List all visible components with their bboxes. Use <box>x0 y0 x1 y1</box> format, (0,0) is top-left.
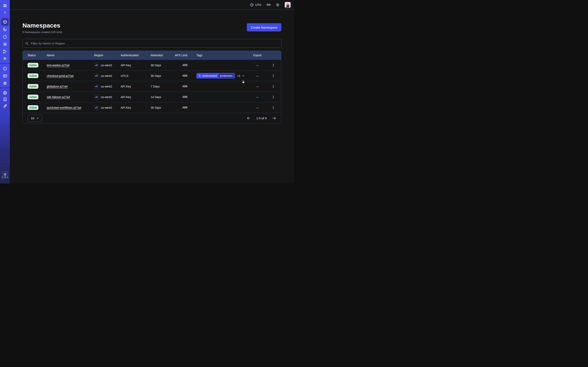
page-size-select[interactable]: 10 <box>27 115 42 122</box>
app-window: 2.35.1 UTC <box>0 0 294 184</box>
temporal-logo-icon[interactable] <box>0 2 10 9</box>
kebab-menu-icon <box>272 95 275 99</box>
tags-cell: environment production +1 <box>187 73 245 78</box>
row-actions-button[interactable] <box>270 94 276 100</box>
status-badge: Active <box>27 95 38 99</box>
export-value: — <box>245 85 270 88</box>
topbar: UTC <box>10 0 294 10</box>
aps-limit-value: 400 <box>173 95 187 99</box>
aps-limit-value: 400 <box>173 106 187 109</box>
column-header-retention: Retention <box>151 54 173 57</box>
column-header-status: Status <box>27 54 47 57</box>
auth-method: API Key <box>121 106 151 109</box>
google-cloud-icon <box>94 84 99 89</box>
row-actions-button[interactable] <box>270 83 276 89</box>
avatar-photo <box>285 2 290 8</box>
retention-value: 30 Days <box>151 106 173 109</box>
tag-icon <box>198 75 201 77</box>
column-header-region: Region <box>94 54 121 57</box>
status-badge: Active <box>27 73 38 78</box>
tag-key: environment <box>202 74 217 77</box>
chevron-down-icon <box>36 117 39 120</box>
timezone-button[interactable]: UTC <box>250 3 261 7</box>
auth-method: API Key <box>121 85 151 88</box>
auth-method: mTLS <box>121 74 151 77</box>
sidebar-item-namespaces[interactable] <box>0 18 10 25</box>
sidebar-divider <box>0 88 10 88</box>
google-cloud-icon <box>94 63 99 68</box>
aps-limit-value: 400 <box>173 85 187 88</box>
create-namespace-button[interactable]: Create Namespace <box>247 23 281 31</box>
sidebar-item-deployments[interactable] <box>0 41 10 48</box>
export-value: — <box>245 64 270 67</box>
kebab-menu-icon <box>272 106 275 109</box>
filter-input[interactable] <box>31 42 279 45</box>
sidebar-item-support[interactable] <box>0 89 10 96</box>
export-value: — <box>245 95 270 99</box>
table-row: Active globalizer.a27a4 us-west1 API Key… <box>23 81 281 92</box>
sidebar: 2.35.1 <box>0 0 10 184</box>
previous-page-button[interactable] <box>247 116 251 120</box>
aps-limit-value: 400 <box>173 74 187 77</box>
google-cloud-icon <box>94 73 99 78</box>
search-icon <box>25 42 29 45</box>
tag-pill[interactable]: environment production <box>196 73 235 78</box>
sidebar-item-batch-operations[interactable] <box>0 55 10 62</box>
table-row: Active quickstart-workflows.a27a4 us-wes… <box>23 102 281 113</box>
tags-more-count[interactable]: +1 <box>237 74 240 77</box>
retention-value: 30 Days <box>151 74 173 77</box>
auth-method: API Key <box>121 95 151 99</box>
user-avatar[interactable] <box>285 2 291 8</box>
app-version: 2.35.1 <box>0 176 10 179</box>
sidebar-item-docs[interactable] <box>0 96 10 103</box>
book-sparkle-icon <box>3 97 7 101</box>
layers-icon <box>3 42 7 46</box>
sidebar-item-settings[interactable] <box>0 80 10 87</box>
sidebar-divider <box>0 63 10 64</box>
row-actions-button[interactable] <box>270 73 276 79</box>
namespace-link[interactable]: test-worker.a27a4 <box>47 64 69 67</box>
gauge-icon <box>3 67 7 71</box>
tags-expand-chevron-icon[interactable] <box>242 74 245 77</box>
table-footer: 10 1-5 of 5 <box>23 113 281 123</box>
kebab-menu-icon <box>272 85 275 88</box>
region-label: us-west1 <box>101 85 112 88</box>
sidebar-item-schedules[interactable] <box>0 33 10 40</box>
expand-sidebar-chevron-icon[interactable] <box>0 9 10 16</box>
sidebar-item-billing[interactable] <box>0 72 10 79</box>
row-actions-button[interactable] <box>270 105 276 110</box>
sidebar-item-nexus[interactable] <box>0 48 10 55</box>
table-row: Active sdk-failover.a27a4 us-west1 API K… <box>23 92 281 102</box>
region-label: us-west1 <box>101 74 112 77</box>
retention-value: 7 Days <box>151 85 173 88</box>
filter-bar <box>22 39 281 48</box>
kebab-menu-icon <box>272 63 275 67</box>
column-header-authentication: Authentication <box>121 54 151 57</box>
status-badge: Active <box>27 84 38 89</box>
theme-toggle-button[interactable] <box>276 3 280 7</box>
timer-clock-icon <box>3 35 7 39</box>
sidebar-item-getting-started[interactable] <box>0 103 10 109</box>
status-badge: Active <box>27 105 38 110</box>
pipeline-branch-icon <box>3 49 7 54</box>
page-title: Namespaces <box>22 22 281 29</box>
export-value: — <box>245 74 270 77</box>
sidebar-item-workflows[interactable] <box>0 26 10 33</box>
sidebar-item-usage[interactable] <box>0 65 10 72</box>
google-cloud-icon <box>94 95 99 100</box>
credit-card-icon <box>3 74 7 78</box>
namespace-link[interactable]: globalizer.a27a4 <box>47 85 68 88</box>
region-label: us-west1 <box>101 106 112 109</box>
next-page-button[interactable] <box>272 116 276 120</box>
status-badge: Active <box>27 63 38 67</box>
row-actions-button[interactable] <box>270 62 276 68</box>
namespace-link[interactable]: checkout-prod.a27a4 <box>47 74 74 77</box>
page-header: Namespaces 5 Namespaces created (100 lim… <box>22 22 281 34</box>
sun-icon <box>276 3 280 7</box>
tag-value: production <box>218 74 234 78</box>
namespace-link[interactable]: sdk-failover.a27a4 <box>47 95 70 99</box>
aps-limit-value: 400 <box>173 64 187 67</box>
main-content: Namespaces 5 Namespaces created (100 lim… <box>10 10 294 184</box>
namespace-link[interactable]: quickstart-workflows.a27a4 <box>47 106 81 109</box>
labs-mode-button[interactable] <box>267 3 271 7</box>
